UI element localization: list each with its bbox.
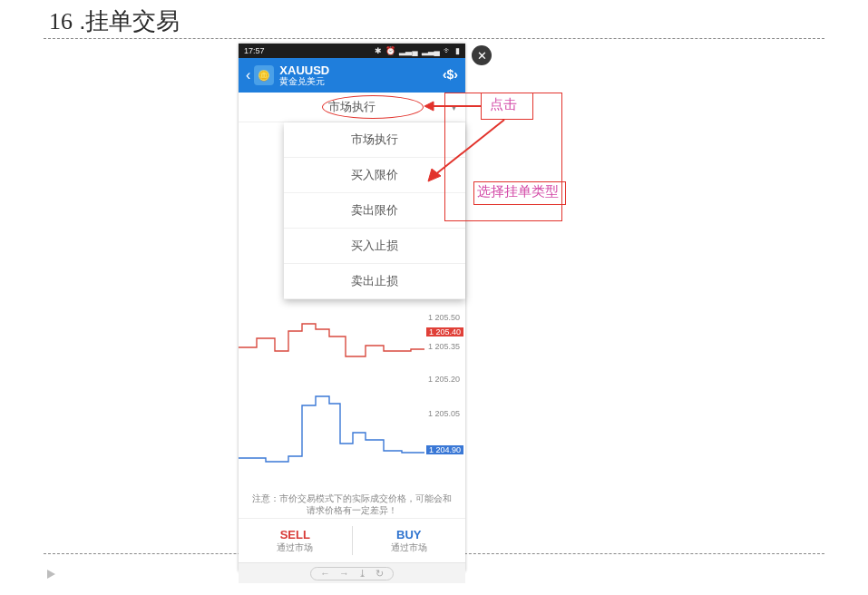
buy-button[interactable]: BUY 通过市场 (353, 519, 466, 562)
signal-icon: ▂▃▄ (399, 46, 417, 55)
nav-back-icon[interactable]: ← (320, 568, 330, 579)
sell-sub: 通过市场 (277, 541, 313, 554)
ylabel: 1 205.20 (428, 375, 460, 384)
phone-nav-bar: ← → ⤓ ↻ (239, 562, 465, 583)
sell-label: SELL (280, 528, 310, 541)
back-icon[interactable]: ‹ (246, 67, 250, 83)
buy-sub: 通过市场 (391, 541, 427, 554)
status-time: 17:57 (244, 46, 265, 55)
signal2-icon: ▂▃▄ (422, 46, 440, 55)
disclaimer-text: 注意：市价交易模式下的实际成交价格，可能会和请求价格有一定差异！ (239, 487, 465, 518)
symbol-name: 黄金兑美元 (279, 77, 329, 87)
ylabel: 1 205.50 (428, 313, 460, 322)
option-sell-stop[interactable]: 卖出止损 (284, 264, 465, 299)
status-bar: 17:57 ✱ ⏰ ▂▃▄ ▂▃▄ ᯤ ▮ (239, 44, 465, 58)
ylabel: 1 205.35 (428, 342, 460, 351)
battery-icon: ▮ (455, 46, 460, 55)
annotation-oval-selector (322, 95, 424, 119)
sell-button[interactable]: SELL 通过市场 (239, 519, 352, 562)
bid-price-tag: 1 204.90 (426, 445, 463, 454)
play-bullet-icon (47, 570, 55, 579)
close-icon[interactable]: ✕ (472, 45, 492, 65)
slide-title-text: 挂单交易 (85, 7, 180, 34)
symbol-code: XAUUSD (279, 64, 329, 77)
ylabel: 1 205.05 (428, 409, 460, 418)
alarm-icon: ⏰ (385, 46, 395, 55)
y-axis-labels: 1 205.50 1 205.35 1 205.20 1 205.05 (425, 297, 462, 487)
option-buy-stop[interactable]: 买入止损 (284, 229, 465, 264)
app-bar: ‹ 🪙 XAUUSD 黄金兑美元 ‹$› (239, 58, 465, 93)
nav-reload-icon[interactable]: ↻ (375, 568, 384, 580)
instrument-icon: 🪙 (254, 65, 274, 85)
annotation-arrow-click (424, 98, 483, 114)
annotation-arrow-choose (423, 116, 513, 187)
option-sell-limit[interactable]: 卖出限价 (284, 193, 465, 229)
appbar-titles: XAUUSD 黄金兑美元 (279, 64, 329, 86)
nav-dl-icon[interactable]: ⤓ (358, 568, 366, 580)
svg-marker-1 (424, 102, 434, 111)
buy-label: BUY (396, 528, 421, 541)
action-buttons: SELL 通过市场 BUY 通过市场 (239, 518, 465, 562)
nav-fwd-icon[interactable]: → (339, 568, 349, 579)
slide-title: 16 .挂单交易 (49, 5, 180, 37)
divider-top (44, 38, 824, 39)
wifi-icon: ᯤ (444, 46, 452, 55)
bluetooth-icon: ✱ (375, 46, 382, 55)
price-chart: 1 205.50 1 205.35 1 205.20 1 205.05 1 20… (239, 297, 465, 487)
status-right: ✱ ⏰ ▂▃▄ ▂▃▄ ᯤ ▮ (375, 46, 460, 55)
annotation-label-click: 点击 (490, 96, 517, 113)
swap-icon[interactable]: ‹$› (443, 67, 458, 82)
ask-price-tag: 1 205.40 (426, 327, 463, 337)
svg-line-2 (434, 120, 504, 176)
slide-number: 16 (49, 8, 73, 34)
